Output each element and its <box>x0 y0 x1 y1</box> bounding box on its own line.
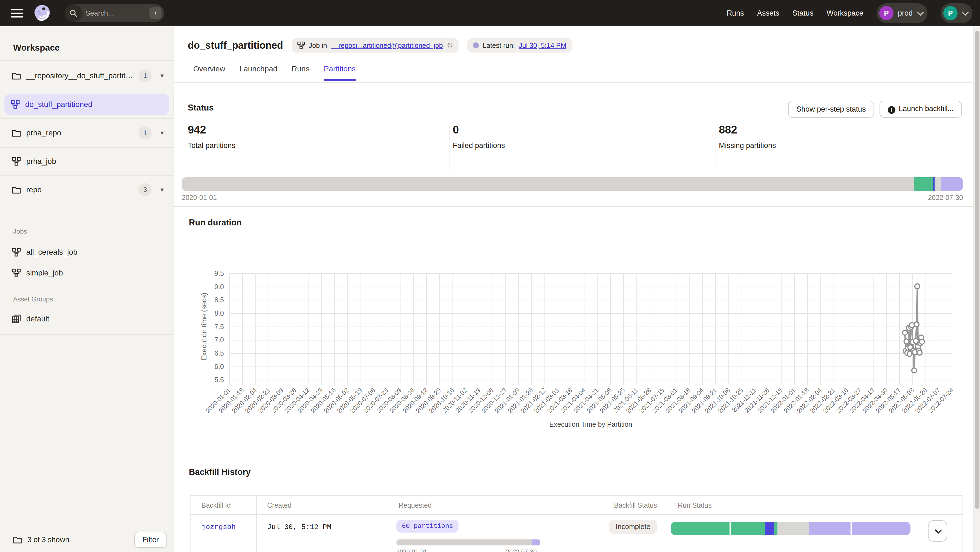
folder-icon <box>12 186 21 194</box>
sidebar-item-repository[interactable]: __repository__do_stuff_partitio... 1 ▼ <box>0 61 173 91</box>
dagster-app: / Runs Assets Status Workspace P prod P … <box>0 0 980 552</box>
run-duration-chart: 2020-01-012020-01-182020-02-042020-02-21… <box>173 234 965 434</box>
sidebar-item-label: simple_job <box>26 269 63 278</box>
nav-right: Runs Assets Status Workspace P prod P <box>727 3 972 23</box>
sidebar-item-label: prha_repo <box>26 128 133 137</box>
backfill-id-link[interactable]: jozrgsbh <box>202 523 236 531</box>
status-actions: Show per-step status +Launch backfill... <box>788 101 962 117</box>
svg-text:6.5: 6.5 <box>214 349 224 357</box>
stat-missing-partitions: 882 Missing partitions <box>719 124 776 150</box>
partition-status-bar[interactable] <box>182 177 963 191</box>
latest-run-label: Latest run: <box>483 41 515 49</box>
repos-shown-count: 3 of 3 shown <box>27 536 129 544</box>
backfill-table-header: Backfill Id Created Requested Backfill S… <box>191 496 963 515</box>
latest-run-badge: Latest run: Jul 30, 5:14 PM <box>467 38 572 52</box>
slash-shortcut-key: / <box>150 7 162 19</box>
scrollbar-thumb[interactable] <box>975 31 980 509</box>
caret-down-icon[interactable]: ▼ <box>157 130 167 136</box>
sidebar-item-simple-job[interactable]: simple_job <box>0 266 173 280</box>
sidebar-item-all-cereals-job[interactable]: all_cereals_job <box>0 245 173 259</box>
tab-runs[interactable]: Runs <box>291 65 309 81</box>
sidebar-heading: Workspace <box>13 43 60 53</box>
col-backfill-status: Backfill Status <box>614 496 657 515</box>
show-per-step-status-button[interactable]: Show per-step status <box>788 101 874 117</box>
sidebar-item-prha-repo[interactable]: prha_repo 1 ▼ <box>0 119 173 147</box>
partition-end-date: 2022-07-30 <box>928 194 963 201</box>
backfill-history-heading: Backfill History <box>189 467 251 477</box>
deployment-name: prod <box>898 9 913 17</box>
job-icon <box>12 269 21 278</box>
dagster-logo-icon[interactable] <box>33 4 51 22</box>
job-origin-link[interactable]: __reposi...artitioned@partitioned_job <box>331 41 443 49</box>
col-requested: Requested <box>399 496 432 515</box>
run-duration-heading: Run duration <box>189 218 242 228</box>
page-title: do_stuff_partitioned <box>188 40 283 51</box>
requested-range-end: 2022-07-30 <box>506 548 537 552</box>
nav-link-runs[interactable]: Runs <box>727 9 744 17</box>
svg-text:9.5: 9.5 <box>214 270 224 277</box>
svg-text:8.5: 8.5 <box>214 296 224 304</box>
svg-text:9.0: 9.0 <box>214 283 224 290</box>
stat-value: 942 <box>188 124 235 136</box>
chevron-down-icon <box>962 9 969 16</box>
svg-text:Execution time (secs): Execution time (secs) <box>200 293 208 361</box>
sidebar-item-label: do_stuff_partitioned <box>25 100 92 109</box>
launch-backfill-button[interactable]: +Launch backfill... <box>880 101 962 117</box>
requested-progress-bar <box>396 539 540 546</box>
expand-row-button[interactable] <box>928 520 947 542</box>
sidebar-item-label: __repository__do_stuff_partitio... <box>26 71 133 80</box>
stat-label: Failed partitions <box>453 141 505 150</box>
tab-partitions[interactable]: Partitions <box>324 65 356 81</box>
stat-divider <box>449 122 450 170</box>
nav-link-status[interactable]: Status <box>792 9 814 17</box>
partition-start-date: 2020-01-01 <box>182 194 217 201</box>
tab-launchpad[interactable]: Launchpad <box>240 65 278 81</box>
tab-overview[interactable]: Overview <box>193 65 225 81</box>
stat-value: 882 <box>719 124 776 136</box>
nav-link-assets[interactable]: Assets <box>757 9 780 17</box>
job-icon <box>12 248 21 257</box>
run-status-bar[interactable] <box>671 522 910 535</box>
sidebar-item-prha-job[interactable]: prha_job <box>0 148 173 175</box>
user-avatar: P <box>943 6 958 20</box>
sidebar-item-repo[interactable]: repo 3 ▼ <box>0 176 173 204</box>
backfill-status-badge: Incomplete <box>609 520 657 534</box>
backfill-created: Jul 30, 5:12 PM <box>267 523 331 531</box>
nav-link-workspace[interactable]: Workspace <box>826 9 863 17</box>
job-icon <box>11 100 20 109</box>
deployment-avatar: P <box>879 6 894 20</box>
stat-value: 0 <box>453 124 505 136</box>
col-backfill-id: Backfill Id <box>202 496 231 515</box>
caret-down-icon[interactable]: ▼ <box>157 73 167 79</box>
sidebar-item-do-stuff-partitioned[interactable]: do_stuff_partitioned <box>5 94 169 115</box>
job-origin-badge: Job in __reposi...artitioned@partitioned… <box>292 38 458 52</box>
job-icon <box>297 41 305 49</box>
page-scrollbar <box>974 26 980 552</box>
deployment-switcher[interactable]: P prod <box>877 3 928 23</box>
count-badge: 1 <box>138 126 152 140</box>
svg-text:5.5: 5.5 <box>214 376 224 384</box>
asset-group-grid-icon <box>12 314 21 323</box>
hamburger-menu-icon[interactable] <box>8 4 26 22</box>
caret-down-icon[interactable]: ▼ <box>157 187 167 193</box>
section-divider <box>173 206 980 207</box>
search-input[interactable] <box>82 9 150 17</box>
tabs-divider <box>173 82 980 82</box>
plus-circle-icon: + <box>888 106 896 114</box>
col-created: Created <box>267 496 291 515</box>
latest-run-link[interactable]: Jul 30, 5:14 PM <box>519 41 566 49</box>
stat-divider <box>716 122 716 170</box>
sidebar-item-default-asset-group[interactable]: default <box>0 312 173 326</box>
filter-button[interactable]: Filter <box>134 532 167 548</box>
nav-left: / <box>8 4 164 22</box>
user-menu[interactable]: P <box>940 3 972 23</box>
partition-bar-dates: 2020-01-01 2022-07-30 <box>182 194 963 201</box>
svg-text:7.0: 7.0 <box>214 336 224 344</box>
svg-text:Execution Time by Partition: Execution Time by Partition <box>549 420 632 428</box>
refresh-icon[interactable]: ↻ <box>447 41 453 49</box>
requested-partitions-badge[interactable]: 60 partitions <box>396 520 458 533</box>
stat-failed-partitions: 0 Failed partitions <box>453 124 505 150</box>
sidebar-footer: 3 of 3 shown Filter <box>0 527 173 552</box>
sidebar-item-label: prha_job <box>26 157 167 166</box>
folder-icon <box>13 536 22 544</box>
